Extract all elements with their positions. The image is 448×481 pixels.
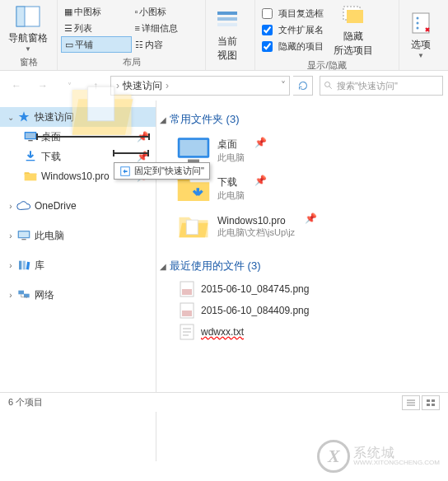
- view-content[interactable]: ☷内容: [132, 36, 203, 53]
- svg-rect-4: [217, 23, 237, 26]
- folder-icon: [23, 169, 38, 184]
- svg-rect-18: [21, 239, 26, 240]
- svg-point-8: [417, 16, 419, 19]
- svg-rect-43: [427, 399, 430, 402]
- tree-label: 快速访问: [35, 110, 74, 124]
- tree-libraries[interactable]: › 库: [0, 255, 156, 275]
- back-button[interactable]: ←: [5, 74, 28, 97]
- item-sub: 此电脑: [217, 152, 245, 164]
- group-layout-label: 布局: [61, 56, 202, 68]
- view-details[interactable]: ≡详细信息: [132, 20, 203, 36]
- file-name: 2015-06-10_084409.png: [201, 305, 309, 316]
- pc-icon: [16, 228, 31, 243]
- tree-label: OneDrive: [35, 200, 77, 212]
- options-icon: [408, 10, 434, 36]
- check-file-ext[interactable]: 文件扩展名: [259, 21, 324, 38]
- pin-icon: 📌: [254, 137, 267, 148]
- watermark: X 系统城 WWW.XITONGCHENG.COM: [317, 440, 440, 473]
- search-placeholder: 搜索"快速访问": [337, 80, 398, 92]
- image-file-icon: [180, 302, 194, 319]
- group-showhide-label: 显示/隐藏: [259, 59, 395, 72]
- pin-to-icon: [119, 166, 131, 177]
- sort-icon: [214, 7, 240, 33]
- nav-pane-button[interactable]: 导航窗格 ▼: [3, 2, 53, 54]
- hide-selected-button[interactable]: 隐藏 所选项目: [329, 0, 378, 59]
- forward-button[interactable]: →: [31, 74, 54, 97]
- text-file-icon: [180, 324, 194, 340]
- svg-rect-35: [182, 311, 192, 316]
- svg-rect-21: [26, 262, 30, 270]
- tree-label: 下载: [41, 150, 61, 164]
- cloud-icon: [16, 198, 31, 213]
- folder-item-win10pro[interactable]: Windows10.pro 此电脑\文档\jsUp\jz 📌: [160, 208, 445, 245]
- svg-point-9: [417, 21, 419, 24]
- view-thumbs-toggle[interactable]: [422, 395, 440, 410]
- svg-rect-31: [186, 220, 198, 235]
- options-label: 选项: [411, 38, 431, 52]
- hide-icon: [340, 2, 366, 28]
- tree-label: 网络: [35, 288, 54, 302]
- section-title: 常用文件夹 (3): [170, 112, 240, 127]
- pin-icon: 📌: [305, 212, 317, 224]
- tree-thispc[interactable]: › 此电脑: [0, 226, 156, 245]
- up-button[interactable]: ↑: [84, 74, 107, 97]
- folder-open-icon: [176, 211, 211, 242]
- group-pane-label: 窗格: [3, 56, 54, 68]
- dropdown-v-icon[interactable]: ˅: [281, 80, 286, 91]
- star-icon: [16, 110, 31, 124]
- svg-rect-17: [19, 231, 29, 237]
- section-recent-files[interactable]: ◢ 最近使用的文件 (3): [160, 259, 445, 273]
- breadcrumb-segment[interactable]: 快速访问: [121, 79, 164, 93]
- svg-rect-45: [427, 404, 430, 406]
- breadcrumb[interactable]: › 快速访问 › ˅: [110, 76, 290, 96]
- check-hidden-items[interactable]: 隐藏的项目: [259, 38, 324, 54]
- svg-rect-22: [18, 291, 24, 295]
- chevron-right-icon[interactable]: ›: [164, 80, 170, 91]
- svg-rect-20: [23, 261, 26, 270]
- tree-onedrive[interactable]: › OneDrive: [0, 196, 156, 216]
- chevron-down-icon: ◢: [160, 115, 166, 124]
- tree-quick-access[interactable]: ⌄ 快速访问: [0, 107, 156, 127]
- tree-network[interactable]: › 网络: [0, 285, 156, 305]
- tree-label: Windows10.pro: [41, 170, 110, 182]
- view-details-toggle[interactable]: [402, 395, 420, 410]
- svg-rect-14: [26, 133, 35, 138]
- watermark-url: WWW.XITONGCHENG.COM: [353, 460, 440, 466]
- file-item[interactable]: 2015-06-10_084745.png: [160, 278, 445, 300]
- nav-pane-icon: [15, 3, 41, 30]
- search-icon: [324, 81, 334, 91]
- chevron-right-icon[interactable]: ›: [114, 80, 121, 91]
- options-button[interactable]: 选项 ▼: [403, 8, 439, 61]
- file-name: 2015-06-10_084745.png: [201, 283, 309, 295]
- svg-point-11: [325, 82, 330, 87]
- view-small-icons[interactable]: ▫小图标: [132, 3, 203, 20]
- item-name: 桌面: [217, 138, 245, 152]
- libraries-icon: [16, 258, 31, 273]
- tree-label: 此电脑: [35, 229, 64, 243]
- svg-rect-3: [217, 17, 237, 21]
- check-item-checkbox[interactable]: 项目复选框: [259, 5, 324, 21]
- nav-pane-label: 导航窗格: [8, 31, 48, 45]
- view-list[interactable]: ☰列表: [61, 20, 132, 36]
- view-med-icons[interactable]: ▦中图标: [61, 3, 132, 20]
- ribbon: 导航窗格 ▼ 窗格 ▦中图标 ▫小图标 ☰列表 ≡详细信息 ▭平铺 ☷内容 布局: [0, 0, 448, 71]
- refresh-icon: [298, 81, 308, 91]
- hide-selected-label: 隐藏 所选项目: [334, 30, 373, 58]
- svg-rect-19: [19, 261, 21, 270]
- file-item[interactable]: wdwxx.txt: [160, 321, 445, 343]
- dropdown-arrow-icon: ▼: [25, 45, 31, 53]
- watermark-name: 系统城: [353, 446, 440, 460]
- watermark-logo: X: [317, 440, 350, 473]
- current-view-button[interactable]: 当前 视图: [209, 5, 245, 64]
- view-tiles[interactable]: ▭平铺: [61, 36, 132, 53]
- section-frequent-folders[interactable]: ◢ 常用文件夹 (3): [160, 112, 445, 127]
- download-icon: [23, 149, 38, 164]
- refresh-button[interactable]: [293, 76, 313, 96]
- address-bar: ← → ˅ ↑ › 快速访问 › ˅ 搜索"快速访问": [0, 71, 448, 100]
- drop-indicator: [113, 152, 149, 154]
- recent-button[interactable]: ˅: [58, 74, 81, 97]
- svg-rect-6: [347, 10, 363, 23]
- file-item[interactable]: 2015-06-10_084409.png: [160, 300, 445, 321]
- svg-rect-1: [16, 7, 25, 26]
- search-input[interactable]: 搜索"快速访问": [320, 76, 443, 96]
